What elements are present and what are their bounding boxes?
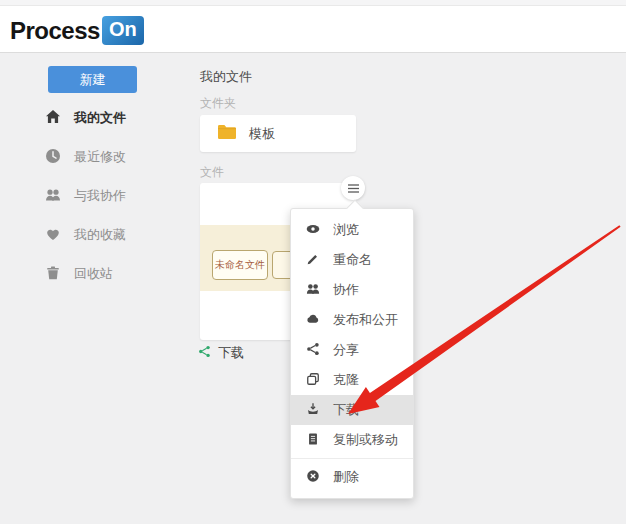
copy-icon [306, 432, 320, 449]
menu-item-label: 浏览 [333, 221, 359, 239]
sidebar-item-favorites[interactable]: 我的收藏 [45, 225, 195, 245]
file-thumbnail-node: 未命名文件 [212, 250, 268, 280]
menu-item-view[interactable]: 浏览 [291, 215, 413, 245]
new-file-button[interactable]: 新建 [48, 66, 137, 93]
heart-icon [45, 226, 61, 245]
menu-item-label: 重命名 [333, 251, 372, 269]
menu-item-clone[interactable]: 克隆 [291, 365, 413, 395]
menu-item-delete[interactable]: 删除 [291, 462, 413, 492]
menu-item-label: 发布和公开 [333, 311, 398, 329]
files-section-label: 文件 [200, 164, 224, 181]
eye-icon [306, 222, 320, 239]
menu-item-copy-or-move[interactable]: 复制或移动 [291, 425, 413, 455]
sidebar-item-label: 我的收藏 [74, 226, 126, 244]
hamburger-menu-icon [348, 179, 359, 197]
menu-item-label: 分享 [333, 341, 359, 359]
file-card-menu-button[interactable] [341, 176, 365, 200]
file-context-menu: 浏览 重命名 协作 发布和公开 分享 克隆 下载 复制或移动 [290, 208, 414, 499]
sidebar-nav: 我的文件 最近修改 与我协作 我的收藏 回收站 [45, 108, 195, 303]
people-icon [306, 282, 320, 299]
sidebar-item-label: 我的文件 [74, 109, 126, 127]
folder-icon [217, 123, 237, 144]
delete-icon [306, 469, 320, 486]
sidebar-item-shared-with-me[interactable]: 与我协作 [45, 186, 195, 206]
menu-divider [291, 458, 413, 459]
sidebar-item-label: 回收站 [74, 265, 113, 283]
processon-file-manager: Process On 新建 我的文件 最近修改 与我协作 我的收藏 回收站 我的… [0, 0, 626, 524]
people-icon [45, 187, 61, 206]
menu-item-label: 删除 [333, 468, 359, 486]
download-icon [306, 402, 320, 419]
logo-text-on: On [102, 16, 144, 45]
processon-logo[interactable]: Process On [10, 16, 144, 45]
share-icon [306, 342, 320, 359]
sidebar-item-trash[interactable]: 回收站 [45, 264, 195, 284]
menu-item-label: 复制或移动 [333, 431, 398, 449]
menu-item-rename[interactable]: 重命名 [291, 245, 413, 275]
menu-item-label: 下载 [333, 401, 359, 419]
cloud-icon [306, 312, 320, 329]
sidebar-item-my-files[interactable]: 我的文件 [45, 108, 195, 128]
file-name: 下载 [218, 344, 244, 362]
folder-card-templates[interactable]: 模板 [200, 115, 356, 152]
file-meta-row[interactable]: 下载 [198, 344, 244, 362]
clone-icon [306, 372, 320, 389]
clock-icon [45, 148, 61, 167]
sidebar-item-recent[interactable]: 最近修改 [45, 147, 195, 167]
sidebar-item-label: 与我协作 [74, 187, 126, 205]
pencil-icon [306, 252, 320, 269]
home-icon [45, 109, 61, 128]
logo-text-process: Process [10, 17, 100, 45]
folder-name: 模板 [249, 125, 275, 143]
trash-icon [45, 265, 61, 284]
menu-item-download[interactable]: 下载 [291, 395, 413, 425]
menu-item-collaborate[interactable]: 协作 [291, 275, 413, 305]
flowchart-share-icon [198, 344, 211, 362]
folders-section-label: 文件夹 [200, 95, 236, 112]
menu-item-label: 协作 [333, 281, 359, 299]
menu-item-publish[interactable]: 发布和公开 [291, 305, 413, 335]
app-header: Process On [0, 0, 626, 53]
window-top-strip [0, 0, 626, 6]
page-title: 我的文件 [200, 68, 252, 86]
menu-item-label: 克隆 [333, 371, 359, 389]
menu-item-share[interactable]: 分享 [291, 335, 413, 365]
sidebar-item-label: 最近修改 [74, 148, 126, 166]
